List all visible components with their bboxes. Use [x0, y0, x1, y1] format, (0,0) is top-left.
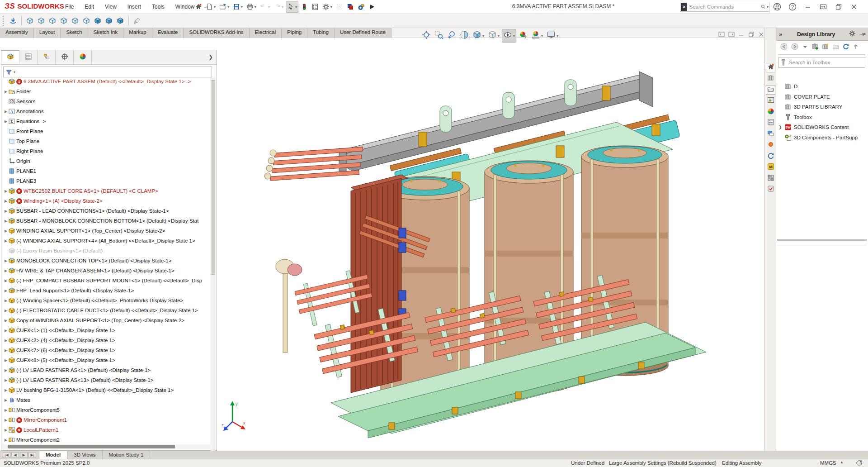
new-document-dropdown-icon[interactable]: ▾: [214, 5, 216, 9]
open-folder-button[interactable]: [832, 43, 840, 52]
view-cube-6-button[interactable]: [81, 15, 91, 27]
tree-filter-box[interactable]: ▾: [3, 67, 212, 77]
refresh-button[interactable]: [842, 43, 849, 52]
first-tab-button[interactable]: |◀: [3, 452, 10, 458]
tree-item[interactable]: ▶ΣEquations ->: [1, 116, 208, 126]
print-dropdown-icon[interactable]: ▾: [255, 5, 256, 9]
panel-splitter[interactable]: [777, 239, 867, 241]
expand-arrow-icon[interactable]: ❯: [776, 125, 784, 129]
user-button[interactable]: [771, 1, 783, 13]
display-style-dropdown-icon[interactable]: ▾: [498, 34, 500, 38]
tree-item[interactable]: ▶CUFX<7> (6) <<Default>_Display State 1>: [1, 345, 208, 355]
tree-item[interactable]: ▶CUFX<1> (1) <<Default>_Display State 1>: [1, 325, 208, 335]
clean-sweep-button[interactable]: [132, 15, 142, 27]
units-dropdown-icon[interactable]: ▲: [840, 460, 844, 464]
tree-item[interactable]: ▶BUSBAR - MONOBLOCK CONNECTION BOTTOM<1>…: [1, 216, 208, 226]
expand-arrow-icon[interactable]: ▶: [1, 408, 9, 412]
tree-item[interactable]: Top Plane: [1, 136, 208, 146]
tab-piping[interactable]: Piping: [282, 28, 307, 38]
expand-arrow-icon[interactable]: ▶: [1, 229, 9, 233]
tab-solidworks-add-ins[interactable]: SOLIDWORKS Add-Ins: [184, 28, 249, 38]
design-library-tab[interactable]: [766, 74, 775, 84]
tree-item[interactable]: PLANE1: [1, 166, 208, 176]
search-dropdown-icon[interactable]: ▾: [767, 5, 769, 9]
toolbox-search-box[interactable]: [778, 57, 865, 68]
tree-item[interactable]: ▶(-) ELECTROSTATIC CABLE DUCT<1> (Defaul…: [1, 305, 208, 315]
panel-expand-chevron-icon[interactable]: ❯: [208, 54, 213, 60]
tree-item[interactable]: 6.3MVA ACTIVE PART ASSEM (Default) <<Def…: [1, 76, 208, 86]
expand-arrow-icon[interactable]: ▶: [1, 219, 9, 223]
menu-tools[interactable]: Tools: [147, 2, 169, 12]
mysolidworks-tab[interactable]: M: [766, 163, 775, 172]
tile-left-button[interactable]: [718, 31, 725, 38]
section-view-button[interactable]: [458, 29, 470, 43]
tree-item[interactable]: ▶WINDING AXIAL SUPPORT<1> (Top_Center) <…: [1, 226, 208, 236]
toolbar-drag-handle[interactable]: [3, 16, 5, 26]
expand-arrow-icon[interactable]: ▶: [1, 348, 9, 353]
file-properties-button[interactable]: [310, 1, 320, 13]
expand-arrow-icon[interactable]: ▶: [1, 358, 9, 362]
prev-tab-button[interactable]: ◀: [11, 452, 19, 458]
tab-model[interactable]: Model: [39, 451, 67, 459]
expand-arrow-icon[interactable]: ▶: [1, 199, 9, 203]
marketplace-tab[interactable]: [766, 141, 775, 150]
tab-tubing[interactable]: Tubing: [307, 28, 335, 38]
expand-arrow-icon[interactable]: ▶: [1, 319, 9, 323]
expand-arrow-icon[interactable]: ▶: [1, 239, 9, 243]
expand-arrow-icon[interactable]: ▶: [1, 279, 9, 283]
view-orientation-button[interactable]: ▾: [471, 29, 486, 43]
library-item[interactable]: D: [776, 81, 868, 91]
expand-arrow-icon[interactable]: ▶: [1, 388, 9, 392]
move-up-button[interactable]: [852, 43, 859, 52]
tab-electrical[interactable]: Electrical: [250, 28, 282, 38]
tree-horizontal-scrollbar[interactable]: [2, 444, 210, 449]
tab-sketch[interactable]: Sketch: [61, 28, 88, 38]
hide-show-items-button[interactable]: ▾: [502, 29, 516, 43]
appearance-button[interactable]: [345, 1, 355, 13]
options-dropdown-icon[interactable]: ▾: [330, 5, 332, 9]
tab-markup[interactable]: Markup: [123, 28, 152, 38]
view-orientation-dropdown-icon[interactable]: ▾: [482, 34, 484, 38]
select-dropdown-icon[interactable]: ▾: [295, 5, 297, 9]
expand-arrow-icon[interactable]: ▶: [1, 418, 9, 422]
tree-item[interactable]: ▶BUSBAR - LEAD CONNECTIONS<1> (Default) …: [1, 206, 208, 216]
tab-displaymanager[interactable]: [74, 50, 92, 64]
menu-view[interactable]: View: [100, 2, 121, 12]
expand-arrow-icon[interactable]: ▶: [1, 289, 9, 293]
menu-file[interactable]: File: [61, 2, 78, 12]
tree-item[interactable]: ▶AAnnotations: [1, 106, 208, 116]
search-toolbox-input[interactable]: [787, 60, 863, 65]
tree-item[interactable]: ▶WTBC2502 BUILT CORE AS<1> (DEFAULT) <C …: [1, 186, 208, 196]
expand-arrow-icon[interactable]: ▶: [1, 259, 9, 263]
close-button[interactable]: [848, 1, 860, 13]
options-button[interactable]: ▾: [321, 1, 334, 13]
tree-item[interactable]: ▶LocalLPattern1: [1, 425, 208, 435]
shaded-cube-1-button[interactable]: [93, 15, 103, 27]
tree-item[interactable]: ▶MirrorComponent5: [1, 405, 208, 415]
library-item[interactable]: 3D PARTS LIBRARY: [776, 102, 868, 112]
undo-dropdown-icon[interactable]: ▾: [268, 5, 270, 9]
tab-dimxpertmanager[interactable]: [56, 50, 74, 64]
expand-arrow-icon[interactable]: ▶: [1, 329, 9, 333]
view-palette-tab[interactable]: [766, 96, 775, 106]
zoom-to-area-button[interactable]: [433, 29, 445, 43]
expand-arrow-icon[interactable]: ▶: [1, 368, 9, 372]
viewport-3d-model[interactable]: [217, 38, 763, 451]
view-settings-dropdown-icon[interactable]: ▾: [557, 34, 558, 38]
restore-window-button[interactable]: [748, 31, 755, 38]
view-cube-4-button[interactable]: [59, 15, 69, 27]
tree-item[interactable]: ▶(-) FRP_COMPACT BUSBAR SUPPORT MOUNT<1>…: [1, 276, 208, 286]
library-item[interactable]: Toolbox: [776, 112, 868, 122]
help-button[interactable]: ?: [787, 1, 798, 13]
expand-arrow-icon[interactable]: ▶: [1, 398, 9, 402]
library-item[interactable]: ❯SWSOLIDWORKS Content: [776, 122, 868, 132]
tab-user-defined-route[interactable]: User Defined Route: [335, 28, 392, 38]
tab-featuremanager[interactable]: [1, 50, 19, 64]
view-cube-1-button[interactable]: [25, 15, 35, 27]
tab-propertymanager[interactable]: [19, 50, 38, 64]
appearances-tab[interactable]: [766, 107, 775, 117]
select-button[interactable]: ▾: [286, 1, 298, 13]
tree-item[interactable]: Right Plane: [1, 146, 208, 156]
menu-edit[interactable]: Edit: [80, 2, 99, 12]
hide-show-items-dropdown-icon[interactable]: ▾: [513, 34, 515, 38]
